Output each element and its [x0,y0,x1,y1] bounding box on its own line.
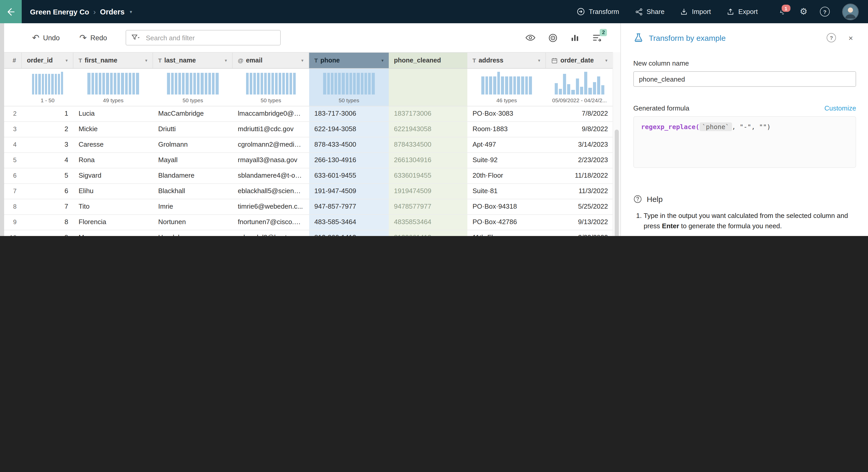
column-header-address[interactable]: T address ▾ [467,53,546,68]
avatar[interactable] [842,3,859,20]
column-header-order_id[interactable]: order_id ▾ [22,53,73,68]
table-cell[interactable]: 8139661413 [389,230,467,236]
table-cell[interactable]: PO·Box·3083 [467,106,546,121]
chevron-down-icon[interactable]: ▾ [65,58,68,63]
table-cell[interactable]: Caresse [73,137,153,153]
table-cell[interactable]: Sigvard [73,168,153,183]
table-cell[interactable]: 2661304916 [389,153,467,168]
table-cell[interactable]: 6 [4,168,22,183]
table-cell[interactable]: Rona [73,153,153,168]
table-cell[interactable]: 9/13/2022 [546,215,613,230]
table-cell[interactable]: Mayall [153,153,232,168]
customize-button[interactable]: Customize [824,104,856,112]
table-cell[interactable]: 7/8/2022 [546,106,613,121]
table-cell[interactable]: Hundal [153,230,232,236]
table-cell[interactable]: 20th·Floor [467,168,546,183]
table-cell[interactable]: 3/14/2023 [546,137,613,153]
table-cell[interactable]: Room·1883 [467,122,546,137]
table-cell[interactable]: 5/25/2022 [546,199,613,214]
column-stats-button[interactable] [570,33,580,42]
table-cell[interactable]: 9 [4,215,22,230]
table-cell[interactable]: eblackhall5@science... [232,184,309,199]
chevron-down-icon[interactable]: ▾ [381,58,383,63]
import-button[interactable]: Import [680,7,711,16]
table-cell[interactable]: cgrolmann2@mediafi... [232,137,309,153]
summary-first_name[interactable]: 49 types [73,69,153,106]
export-button[interactable]: Export [726,7,757,16]
table-cell[interactable]: 5 [4,153,22,168]
chevron-down-icon[interactable]: ▾ [605,58,608,63]
table-cell[interactable]: mhundal8@boston.c... [232,230,309,236]
table-cell[interactable]: PO·Box·94318 [467,199,546,214]
breadcrumb-workspace[interactable]: Green Energy Co [30,7,89,16]
table-cell[interactable]: 4 [4,137,22,153]
summary-phone[interactable]: 50 types [309,69,389,106]
summary-last_name[interactable]: 50 types [153,69,232,106]
pipeline-steps-button[interactable]: 2 [592,33,602,42]
chevron-down-icon[interactable]: ▾ [538,58,540,63]
table-cell[interactable]: Suite·81 [467,184,546,199]
table-cell[interactable]: 622-194-3058 [309,122,389,137]
table-cell[interactable]: 7 [4,184,22,199]
table-cell[interactable]: 11th·Floor [467,230,546,236]
column-header-last_name[interactable]: T last_name ▾ [153,53,232,68]
table-cell[interactable]: 2 [4,106,22,121]
table-cell[interactable]: 10 [4,230,22,236]
table-cell[interactable]: 9/8/2022 [546,122,613,137]
settings-button[interactable]: ⚙ [800,7,808,16]
table-cell[interactable]: 266-130-4916 [309,153,389,168]
summary-email[interactable]: 50 types [232,69,309,106]
transform-button[interactable]: Transform [577,7,619,16]
table-cell[interactable]: 2/23/2023 [546,153,613,168]
summary-order_date[interactable]: 05/09/2022 - 04/24/2... [546,69,613,106]
panel-close-button[interactable]: × [845,33,856,42]
table-cell[interactable]: 2 [22,122,73,137]
table-cell[interactable]: 1 [22,106,73,121]
share-button[interactable]: Share [634,7,664,16]
column-header-email[interactable]: @ email ▾ [232,53,309,68]
table-cell[interactable]: Mickie [73,122,153,137]
table-cell[interactable]: 9478577977 [389,199,467,214]
table-cell[interactable]: Myrvyn [73,230,153,236]
table-cell[interactable]: PO·Box·42786 [467,215,546,230]
table-cell[interactable]: MacCambridge [153,106,232,121]
chevron-down-icon[interactable]: ▾ [301,58,304,63]
scrollbar-thumb[interactable] [615,130,619,236]
table-cell[interactable]: 4 [22,153,73,168]
summary-address[interactable]: 46 types [467,69,546,106]
table-cell[interactable]: 8784334500 [389,137,467,153]
breadcrumb-dataset[interactable]: Orders [100,7,125,16]
table-cell[interactable]: 191-947-4509 [309,184,389,199]
table-cell[interactable]: 3 [4,122,22,137]
table-cell[interactable]: Imrie [153,199,232,214]
new-column-name-input[interactable] [633,71,856,87]
table-cell[interactable]: 9 [22,230,73,236]
table-cell[interactable]: 633-601-9455 [309,168,389,183]
column-header-first_name[interactable]: T first_name ▾ [73,53,153,68]
preview-button[interactable] [525,33,535,42]
table-cell[interactable]: 11/3/2022 [546,184,613,199]
notifications-button[interactable]: 1 [779,7,787,16]
redo-button[interactable]: ↷ Redo [76,33,110,43]
table-cell[interactable]: fnortunen7@cisco.co... [232,215,309,230]
table-cell[interactable]: Grolmann [153,137,232,153]
column-header-phone_cleaned[interactable]: phone_cleaned [389,53,467,68]
table-cell[interactable]: 5 [22,168,73,183]
table-cell[interactable]: mdriutti1@cdc.gov [232,122,309,137]
data-quality-button[interactable] [548,33,558,43]
table-cell[interactable]: 483-585-3464 [309,215,389,230]
undo-button[interactable]: ↶ Undo [29,33,63,43]
table-cell[interactable]: 6336019455 [389,168,467,183]
table-cell[interactable]: lmaccambridge0@w... [232,106,309,121]
vertical-scrollbar[interactable] [613,52,620,236]
generated-formula-box[interactable]: regexp_replace(`phone`, "-", "") [633,116,856,168]
table-cell[interactable]: 8 [4,199,22,214]
table-cell[interactable]: timrie6@webeden.c... [232,199,309,214]
summary-phone_cleaned[interactable] [389,69,467,106]
table-cell[interactable]: 8 [22,215,73,230]
table-cell[interactable]: 2/23/2023 [546,230,613,236]
table-cell[interactable]: 878-433-4500 [309,137,389,153]
table-cell[interactable]: Blackhall [153,184,232,199]
column-header-phone[interactable]: T phone ▾ [309,53,389,68]
table-cell[interactable]: 6 [22,184,73,199]
